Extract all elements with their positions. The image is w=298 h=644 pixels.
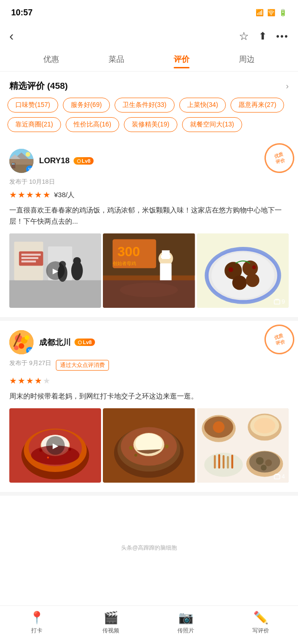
bottom-nav-daka[interactable]: 📍 打卡 [29, 611, 44, 635]
photo-2-2[interactable] [103, 408, 195, 483]
svg-point-68 [165, 445, 169, 448]
section-title: 精选评价 (458) [9, 80, 68, 92]
level-badge-2: Lv8 [74, 339, 95, 346]
svg-point-87 [261, 465, 266, 471]
svg-rect-28 [160, 263, 172, 283]
tab-pingjia[interactable]: 评价 [174, 54, 190, 66]
tag-7[interactable]: 装修精美(19) [124, 117, 177, 132]
svg-point-40 [246, 273, 259, 287]
svg-point-49 [25, 335, 29, 340]
svg-rect-17 [21, 260, 36, 262]
svg-point-42 [252, 266, 256, 269]
tag-6[interactable]: 性价比高(16) [66, 117, 119, 132]
bottom-nav-review[interactable]: ✏️ 写评价 [252, 611, 269, 635]
review-label: 写评价 [252, 627, 269, 635]
svg-rect-79 [218, 454, 220, 469]
photo-label: 传照片 [177, 627, 194, 635]
battery-icon: 🔋 [279, 9, 287, 16]
tags-container: 口味赞(157) 服务好(69) 卫生条件好(33) 上菜快(34) 愿意再来(… [0, 98, 298, 139]
photo-2-1[interactable]: ▶ [9, 408, 101, 483]
svg-point-39 [232, 275, 246, 290]
tag-5[interactable]: 靠近商圈(21) [7, 117, 61, 132]
photo-count-1: 9 [274, 298, 285, 305]
more-button[interactable]: ••• [276, 31, 289, 42]
tab-zhoubian[interactable]: 周边 [239, 54, 255, 66]
daka-icon: 📍 [29, 611, 44, 625]
tag-8[interactable]: 就餐空间大(13) [182, 117, 242, 132]
svg-point-67 [129, 446, 133, 450]
review-date-2: 发布于 9月27日 [9, 359, 51, 367]
video-label: 传视频 [102, 627, 119, 635]
back-button[interactable]: ‹ [9, 29, 14, 44]
svg-point-86 [265, 459, 272, 466]
svg-rect-80 [223, 455, 224, 469]
svg-rect-6 [12, 163, 13, 165]
photo-1-3[interactable]: 9 [197, 233, 289, 308]
review-text-1: 一直很喜欢王春春家的鸡汤饭，鸡汤浓郁，米饭颗颗入味！这家店在悠方购物中心地下一层… [9, 205, 289, 227]
star2-2: ★ [18, 376, 25, 386]
svg-point-8 [26, 152, 30, 157]
svg-point-41 [228, 267, 233, 272]
svg-point-73 [213, 421, 224, 433]
nav-right: ☆ ⬆ ••• [239, 30, 289, 43]
bottom-nav: 📍 打卡 🎬 传视频 📷 传照片 ✏️ 写评价 [0, 605, 298, 644]
svg-rect-30 [161, 255, 171, 258]
star-4: ★ [34, 190, 42, 200]
svg-rect-81 [227, 456, 229, 469]
svg-rect-11 [9, 280, 101, 308]
svg-rect-43 [274, 300, 280, 304]
bottom-nav-photo[interactable]: 📷 传照片 [177, 611, 194, 635]
svg-point-35 [211, 252, 274, 299]
favorite-button[interactable]: ☆ [239, 30, 249, 43]
star2-1: ★ [9, 376, 17, 386]
svg-point-32 [120, 283, 178, 297]
review-price-1: ¥38/人 [54, 191, 74, 199]
svg-point-50 [14, 345, 19, 350]
tabs-container: 优惠 菜品 评价 周边 [0, 49, 298, 72]
svg-text:300: 300 [117, 244, 140, 259]
share-button[interactable]: ⬆ [258, 30, 267, 42]
svg-rect-82 [231, 455, 233, 469]
photo-1-1[interactable]: ▶ [9, 233, 101, 308]
photo-count-2: 4 [274, 473, 285, 480]
play-button-1[interactable]: ▶ [46, 261, 65, 280]
svg-rect-7 [14, 163, 14, 165]
daka-label: 打卡 [31, 627, 42, 635]
photo-1-2[interactable]: 300 创始者母鸡 [103, 233, 195, 308]
reviewer-info-2: V 成都北川 Lv8 [9, 330, 289, 354]
avatar-v-badge-1: V [26, 166, 34, 173]
reviewer-name-2: 成都北川 [39, 337, 71, 348]
svg-point-60 [47, 457, 49, 458]
svg-point-47 [19, 343, 24, 349]
photo-2-3[interactable]: 4 [197, 408, 289, 483]
review-icon: ✏️ [253, 611, 268, 625]
section-arrow[interactable]: › [286, 81, 289, 91]
signal-icon: 📶 [256, 9, 264, 16]
review-card-1: 优质评价 V LORY18 Lv8 发布于 10月18日 [0, 139, 298, 321]
bottom-nav-video[interactable]: 🎬 传视频 [102, 611, 119, 635]
star2-4: ★ [34, 376, 42, 386]
tab-caipin[interactable]: 菜品 [108, 54, 124, 66]
reviewer-name-row-2: 成都北川 Lv8 [39, 337, 95, 348]
tag-1[interactable]: 服务好(69) [63, 98, 110, 113]
tag-2[interactable]: 卫生条件好(33) [115, 98, 175, 113]
play-button-2[interactable]: ▶ [46, 436, 65, 455]
photo-grid-1: ▶ 300 创始者母鸡 [9, 233, 289, 308]
tag-3[interactable]: 上菜快(34) [179, 98, 226, 113]
nav-bar: ‹ ☆ ⬆ ••• [0, 23, 298, 49]
tab-youhui[interactable]: 优惠 [43, 54, 59, 66]
review-date-1: 发布于 10月18日 [9, 178, 289, 186]
level-badge-1: Lv8 [74, 157, 94, 165]
review-card-2: 优质评价 V 成都北川 Lv8 发布于 9月27日 通过大众点评消费 [0, 321, 298, 496]
status-bar: 10:57 📶 🛜 🔋 [0, 0, 298, 23]
video-icon: 🎬 [103, 611, 118, 625]
review-text-2: 周末的时候带着老妈，到网红打卡地交子之环这边来逛一逛。 [9, 391, 289, 402]
svg-point-19 [73, 257, 81, 265]
photo-icon: 📷 [178, 611, 193, 625]
tag-0[interactable]: 口味赞(157) [7, 98, 58, 113]
svg-text:创始者母鸡: 创始者母鸡 [113, 261, 136, 266]
wifi-icon: 🛜 [267, 9, 275, 16]
nav-left: ‹ [9, 29, 14, 44]
svg-point-76 [254, 418, 275, 433]
tag-4[interactable]: 愿意再来(27) [230, 98, 284, 113]
